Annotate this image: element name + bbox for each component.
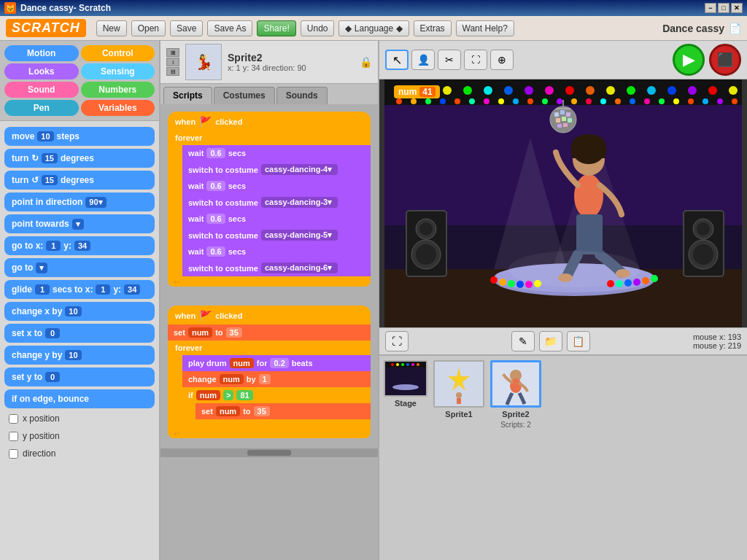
category-looks[interactable]: Looks bbox=[4, 63, 79, 79]
wait-block-4[interactable]: wait 0.6 secs bbox=[182, 244, 371, 260]
scripts-scroll-area[interactable]: when 🚩 clicked forever wait 0.6 secs bbox=[160, 104, 378, 560]
svg-rect-55 bbox=[563, 123, 568, 127]
stage-tool-1[interactable]: ⛶ bbox=[385, 331, 409, 351]
sprite1-image bbox=[433, 360, 484, 408]
scripts-scrollbar[interactable] bbox=[160, 448, 378, 457]
extras-button[interactable]: Extras bbox=[414, 20, 452, 36]
block-point-towards[interactable]: point towards ▾ bbox=[4, 214, 155, 233]
play-drum-block[interactable]: play drum num for 0.2 beats bbox=[182, 355, 371, 371]
svg-point-40 bbox=[673, 98, 679, 104]
svg-rect-53 bbox=[568, 118, 572, 122]
block-set-y[interactable]: set y to 0 bbox=[4, 368, 155, 386]
category-numbers[interactable]: Numbers bbox=[81, 82, 155, 98]
block-goto-xy[interactable]: go to x: 1 y: 34 bbox=[4, 236, 155, 255]
save-as-button[interactable]: Save As bbox=[207, 20, 252, 36]
scrollbar-thumb[interactable] bbox=[247, 450, 291, 456]
switch-costume-1[interactable]: switch to costume cassy-dancing-4▾ bbox=[182, 161, 371, 178]
mouse-coords: mouse x: 193 mouse y: 219 bbox=[693, 332, 741, 350]
stage-tool-3[interactable]: 📁 bbox=[539, 331, 562, 351]
svg-point-11 bbox=[545, 86, 554, 95]
if-block[interactable]: if num > 81 bbox=[182, 387, 371, 403]
close-button[interactable]: ✕ bbox=[731, 3, 743, 13]
scratch-logo: SCRATCH bbox=[6, 19, 86, 37]
language-button[interactable]: ◆ Language ◆ bbox=[338, 20, 409, 36]
set-num-block[interactable]: set num to 35 bbox=[168, 324, 371, 341]
share-button[interactable]: Share! bbox=[257, 20, 295, 36]
tab-costumes[interactable]: Costumes bbox=[214, 87, 275, 104]
block-bounce[interactable]: if on edge, bounce bbox=[4, 389, 155, 408]
green-flag-button[interactable]: ▶ bbox=[673, 44, 705, 76]
stage-mini bbox=[385, 362, 426, 395]
svg-point-21 bbox=[396, 98, 402, 104]
checkbox-y-position[interactable]: y position bbox=[4, 429, 155, 443]
svg-point-20 bbox=[729, 86, 738, 95]
shrink-tool[interactable]: ⊕ bbox=[490, 50, 514, 70]
svg-point-38 bbox=[644, 98, 650, 104]
wait-block-2[interactable]: wait 0.6 secs bbox=[182, 178, 371, 194]
flag-icon-2: 🚩 bbox=[199, 310, 212, 322]
switch-costume-3[interactable]: switch to costume cassy-dancing-5▾ bbox=[182, 227, 371, 244]
expand-tool[interactable]: ⛶ bbox=[464, 50, 487, 70]
when-clicked-hat-1[interactable]: when 🚩 clicked bbox=[168, 112, 371, 131]
help-button[interactable]: Want Help? bbox=[456, 20, 514, 36]
stage-thumbnail[interactable]: Stage bbox=[384, 360, 427, 408]
forever-label: forever bbox=[168, 131, 371, 145]
new-button[interactable]: New bbox=[96, 20, 127, 36]
svg-point-34 bbox=[586, 98, 592, 104]
block-change-x[interactable]: change x by 10 bbox=[4, 302, 155, 321]
svg-point-36 bbox=[615, 98, 621, 104]
tab-bar: Scripts Costumes Sounds bbox=[160, 84, 378, 104]
sprite-header: ⊞ ↕ ⊟ 💃 Sprite2 x: 1 y: 34 direction: 90… bbox=[160, 41, 378, 84]
stage-tool-2[interactable]: ✎ bbox=[511, 331, 535, 351]
undo-button[interactable]: Undo bbox=[301, 20, 335, 36]
block-goto[interactable]: go to ▾ bbox=[4, 258, 155, 277]
view-control-1[interactable]: ⊞ bbox=[166, 48, 179, 57]
block-turn-ccw[interactable]: turn ↺ 15 degrees bbox=[4, 171, 155, 190]
open-button[interactable]: Open bbox=[131, 20, 166, 36]
category-motion[interactable]: Motion bbox=[4, 45, 79, 61]
stage-tool-4[interactable]: 📋 bbox=[567, 331, 590, 351]
tab-scripts[interactable]: Scripts bbox=[163, 87, 212, 104]
switch-costume-4[interactable]: switch to costume cassy-dancing-6▾ bbox=[182, 260, 371, 276]
tab-sounds[interactable]: Sounds bbox=[276, 87, 328, 104]
block-glide[interactable]: glide 1 secs to x: 1 y: 34 bbox=[4, 280, 155, 299]
category-variables[interactable]: Variables bbox=[81, 100, 155, 116]
category-control[interactable]: Control bbox=[81, 45, 155, 61]
sprite-name: Sprite2 bbox=[228, 52, 354, 63]
block-turn-cw[interactable]: turn ↻ 15 degrees bbox=[4, 149, 155, 168]
view-control-3[interactable]: ⊟ bbox=[166, 67, 179, 76]
minimize-button[interactable]: − bbox=[705, 3, 716, 13]
view-control-2[interactable]: ↕ bbox=[166, 58, 179, 66]
cut-tool[interactable]: ✂ bbox=[438, 50, 461, 70]
block-change-y[interactable]: change y by 10 bbox=[4, 346, 155, 365]
change-num-block[interactable]: change num by 1 bbox=[182, 371, 371, 387]
block-move[interactable]: move 10 steps bbox=[4, 127, 155, 146]
checkbox-direction[interactable]: direction bbox=[4, 446, 155, 461]
svg-point-26 bbox=[469, 98, 475, 104]
sprite2-thumbnail[interactable]: Sprite2 Scripts: 2 bbox=[490, 360, 541, 429]
svg-point-41 bbox=[688, 98, 694, 104]
checkbox-x-position[interactable]: x position bbox=[4, 411, 155, 426]
block-point-direction[interactable]: point in direction 90▾ bbox=[4, 192, 155, 211]
block-categories: Motion Control Looks Sensing Sound Numbe… bbox=[0, 41, 159, 121]
svg-point-27 bbox=[484, 98, 489, 104]
when-clicked-hat-2[interactable]: when 🚩 clicked bbox=[168, 306, 371, 324]
category-pen[interactable]: Pen bbox=[4, 100, 79, 116]
switch-costume-2[interactable]: switch to costume cassy-dancing-3▾ bbox=[182, 194, 371, 211]
stop-button[interactable]: ⬛ bbox=[709, 44, 741, 76]
sprite1-thumbnail[interactable]: Sprite1 bbox=[433, 360, 484, 419]
block-set-x[interactable]: set x to 0 bbox=[4, 324, 155, 343]
wait-block-3[interactable]: wait 0.6 secs bbox=[182, 211, 371, 227]
svg-point-91 bbox=[391, 363, 394, 366]
category-sensing[interactable]: Sensing bbox=[81, 63, 155, 79]
cursor-tool[interactable]: ↖ bbox=[385, 50, 409, 70]
category-sound[interactable]: Sound bbox=[4, 82, 79, 98]
svg-point-79 bbox=[697, 222, 710, 236]
set-num-in-if[interactable]: set num to 35 bbox=[196, 403, 371, 419]
svg-point-71 bbox=[651, 275, 658, 282]
svg-point-37 bbox=[630, 98, 635, 104]
duplicate-tool[interactable]: 👤 bbox=[411, 50, 435, 70]
wait-block-1[interactable]: wait 0.6 secs bbox=[182, 145, 371, 161]
save-button[interactable]: Save bbox=[170, 20, 203, 36]
maximize-button[interactable]: □ bbox=[718, 3, 729, 13]
